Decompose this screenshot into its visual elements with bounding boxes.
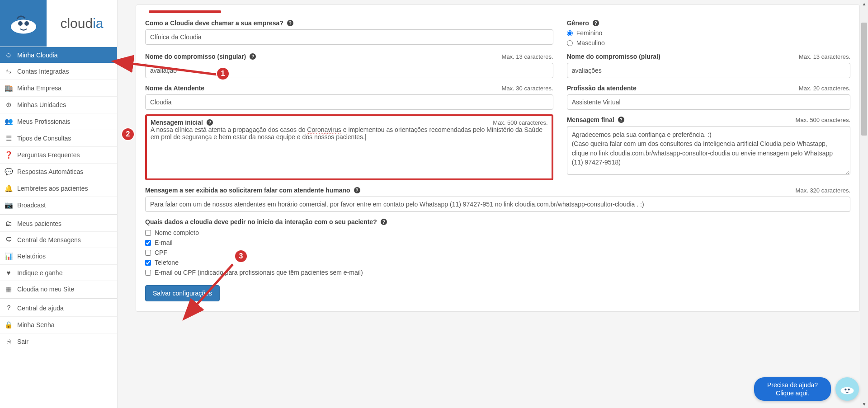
help-icon[interactable]: ? <box>593 20 599 26</box>
final-message-group: Mensagem final ? Max. 500 caracteres. Ag… <box>567 116 850 176</box>
checkbox-cpf[interactable] <box>145 250 151 256</box>
help-icon[interactable]: ? <box>287 20 293 26</box>
help-icon[interactable]: ? <box>354 187 360 193</box>
exit-icon: ⎘ <box>5 338 13 345</box>
attendant-name-input[interactable] <box>145 94 553 110</box>
list-icon: ☰ <box>5 134 13 142</box>
grid-icon: ▦ <box>5 285 13 293</box>
sidebar-item-label: Contas Integradas <box>17 68 69 75</box>
gender-option-feminino[interactable]: Feminino <box>567 29 850 37</box>
sidebar-item-indique-ganhe[interactable]: ♥Indique e ganhe <box>0 264 117 281</box>
plus-circle-icon: ⊕ <box>5 101 13 109</box>
gender-group: Gênero ? Feminino Masculino <box>567 19 850 47</box>
attendant-name-group: Nome da Atendente Max. 30 caracteres. <box>145 84 553 110</box>
commitment-singular-label: Nome do compromisso (singular) ? <box>145 53 256 60</box>
final-message-textarea[interactable]: Agradecemos pela sua confiança e preferê… <box>567 126 850 175</box>
company-name-group: Como a Cloudia deve chamar a sua empresa… <box>145 19 553 45</box>
option-cpf[interactable]: CPF <box>145 249 850 256</box>
commitment-plural-label: Nome do compromisso (plural) <box>567 53 660 60</box>
sidebar-item-label: Tipos de Consultas <box>17 135 71 142</box>
option-email-ou-cpf[interactable]: E-mail ou CPF (indicado para profissiona… <box>145 269 850 276</box>
save-button[interactable]: Salvar configurações <box>145 285 220 301</box>
heart-icon: ♥ <box>5 269 13 277</box>
sidebar-item-sair[interactable]: ⎘Sair <box>0 333 117 349</box>
top-marker-bar <box>149 10 221 13</box>
sidebar-item-minha-empresa[interactable]: 🏬Minha Empresa <box>0 80 117 96</box>
help-icon[interactable]: ? <box>381 219 387 225</box>
face-icon: ☺ <box>5 51 13 59</box>
users-icon: 👥 <box>5 117 13 126</box>
help-icon[interactable]: ? <box>250 53 256 60</box>
camera-icon: 📷 <box>5 201 13 209</box>
data-request-group: Quais dados a cloudia deve pedir no inic… <box>145 218 850 276</box>
brand-text-dark: cloud <box>60 16 93 31</box>
checkbox-telefone[interactable] <box>145 260 151 266</box>
lock-icon: 🔒 <box>5 321 13 329</box>
sidebar-item-minha-cloudia[interactable]: ☺Minha Cloudia <box>0 47 117 63</box>
scrollbar-thumb[interactable] <box>861 23 867 136</box>
radio-feminino[interactable] <box>567 30 573 36</box>
initial-message-textarea[interactable]: A nossa clínica está atenta a propagação… <box>151 126 548 175</box>
help-widget-avatar-icon[interactable] <box>835 377 859 401</box>
svg-point-2 <box>24 21 29 26</box>
sidebar-item-central-mensagens[interactable]: 🗨Central de Mensagens <box>0 231 117 248</box>
sidebar-item-relatorios[interactable]: 📊Relatórios <box>0 248 117 264</box>
sidebar-item-label: Minhas Unidades <box>17 101 66 108</box>
settings-panel: Como a Cloudia deve chamar a sua empresa… <box>136 5 860 312</box>
max-hint: Max. 13 caracteres. <box>799 53 850 60</box>
bell-icon: 🔔 <box>5 184 13 192</box>
commitment-singular-input[interactable] <box>145 63 553 78</box>
commitment-plural-group: Nome do compromisso (plural) Max. 13 car… <box>567 53 850 78</box>
checkbox-email[interactable] <box>145 240 151 246</box>
company-name-input[interactable] <box>145 29 553 45</box>
brand-logo-icon <box>0 0 47 47</box>
sidebar-item-label: Respostas Automáticas <box>17 168 83 175</box>
sidebar-item-broadcast[interactable]: 📷Broadcast <box>0 197 117 213</box>
final-message-label: Mensagem final ? <box>567 116 624 123</box>
sidebar-item-cloudia-site[interactable]: ▦Cloudia no meu Site <box>0 281 117 297</box>
sidebar-item-minhas-unidades[interactable]: ⊕Minhas Unidades <box>0 96 117 113</box>
profession-input[interactable] <box>567 94 850 110</box>
max-hint: Max. 500 caracteres. <box>796 117 850 123</box>
data-request-label: Quais dados a cloudia deve pedir no inic… <box>145 218 387 225</box>
gender-option-masculino[interactable]: Masculino <box>567 39 850 47</box>
checkbox-nome-completo[interactable] <box>145 230 151 236</box>
help-widget[interactable]: Precisa de ajuda? Clique aqui. <box>754 377 859 401</box>
initial-message-label: Mensagem inicial ? <box>151 119 213 126</box>
sidebar-item-respostas-automaticas[interactable]: 💬Respostas Automáticas <box>0 163 117 180</box>
sidebar-item-label: Minha Empresa <box>17 84 61 92</box>
sidebar-item-minha-senha[interactable]: 🔒Minha Senha <box>0 316 117 333</box>
sidebar-item-tipos-consultas[interactable]: ☰Tipos de Consultas <box>0 130 117 146</box>
checkbox-email-ou-cpf[interactable] <box>145 270 151 276</box>
help-widget-text[interactable]: Precisa de ajuda? Clique aqui. <box>754 377 831 401</box>
svg-point-1 <box>18 21 23 26</box>
sidebar-item-meus-profissionais[interactable]: 👥Meus Profissionais <box>0 113 117 130</box>
sidebar-item-perguntas-frequentes[interactable]: ❓Perguntas Frequentes <box>0 146 117 163</box>
sidebar-item-contas-integradas[interactable]: ⇋Contas Integradas <box>0 63 117 80</box>
scrollbar-down-icon[interactable]: ▼ <box>860 400 868 408</box>
bars-icon: 📊 <box>5 252 13 260</box>
option-email[interactable]: E-mail <box>145 239 850 246</box>
brand-text-blue: ia <box>93 16 103 31</box>
sidebar-item-label: Perguntas Frequentes <box>17 151 80 159</box>
help-icon[interactable]: ? <box>207 119 213 126</box>
brand-area: cloudia <box>0 0 117 47</box>
sidebar-item-lembretes[interactable]: 🔔Lembretes aos pacientes <box>0 180 117 197</box>
scrollbar[interactable]: ▲ ▼ <box>860 0 868 408</box>
max-hint: Max. 500 caracteres. <box>493 119 547 126</box>
option-nome-completo[interactable]: Nome completo <box>145 229 850 236</box>
gender-label: Gênero ? <box>567 19 599 27</box>
sidebar-item-label: Broadcast <box>17 202 46 209</box>
question-icon: ❓ <box>5 151 13 159</box>
sidebar-item-central-ajuda[interactable]: ？Central de ajuda <box>0 298 117 316</box>
help-icon[interactable]: ? <box>618 117 624 123</box>
svg-point-7 <box>844 389 846 390</box>
commitment-plural-input[interactable] <box>567 63 850 78</box>
max-hint: Max. 13 caracteres. <box>502 53 553 60</box>
human-attendant-message-input[interactable] <box>145 197 850 212</box>
radio-masculino[interactable] <box>567 40 573 46</box>
store-icon: 🏬 <box>5 84 13 92</box>
scrollbar-up-icon[interactable]: ▲ <box>860 0 868 8</box>
sidebar-item-meus-pacientes[interactable]: 🗂Meus pacientes <box>0 214 117 231</box>
option-telefone[interactable]: Telefone <box>145 259 850 266</box>
